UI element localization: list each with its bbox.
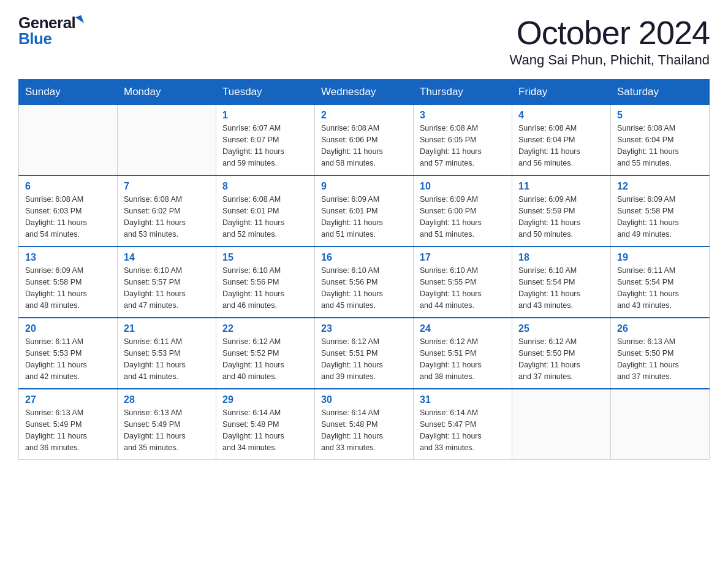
day-info: Sunrise: 6:13 AMSunset: 5:49 PMDaylight:… bbox=[25, 407, 111, 453]
day-number: 11 bbox=[518, 181, 604, 192]
calendar-cell: 12Sunrise: 6:09 AMSunset: 5:58 PMDayligh… bbox=[611, 175, 710, 247]
day-number: 5 bbox=[617, 110, 703, 121]
calendar-week-row: 1Sunrise: 6:07 AMSunset: 6:07 PMDaylight… bbox=[19, 105, 710, 176]
calendar-cell: 22Sunrise: 6:12 AMSunset: 5:52 PMDayligh… bbox=[216, 318, 315, 389]
day-info: Sunrise: 6:08 AMSunset: 6:01 PMDaylight:… bbox=[222, 194, 308, 240]
calendar-cell: 6Sunrise: 6:08 AMSunset: 6:03 PMDaylight… bbox=[19, 175, 118, 247]
day-info: Sunrise: 6:12 AMSunset: 5:51 PMDaylight:… bbox=[420, 336, 506, 382]
calendar-cell: 28Sunrise: 6:13 AMSunset: 5:49 PMDayligh… bbox=[118, 389, 216, 460]
page-title: October 2024 bbox=[509, 15, 710, 51]
calendar-table: SundayMondayTuesdayWednesdayThursdayFrid… bbox=[18, 79, 710, 460]
calendar-cell: 3Sunrise: 6:08 AMSunset: 6:05 PMDaylight… bbox=[414, 105, 512, 176]
day-number: 15 bbox=[222, 252, 308, 263]
day-info: Sunrise: 6:12 AMSunset: 5:52 PMDaylight:… bbox=[222, 336, 308, 382]
day-info: Sunrise: 6:08 AMSunset: 6:06 PMDaylight:… bbox=[321, 123, 407, 169]
weekday-header-thursday: Thursday bbox=[414, 80, 512, 105]
day-info: Sunrise: 6:09 AMSunset: 5:58 PMDaylight:… bbox=[617, 194, 703, 240]
day-number: 3 bbox=[420, 110, 506, 121]
day-info: Sunrise: 6:14 AMSunset: 5:48 PMDaylight:… bbox=[222, 407, 308, 453]
day-info: Sunrise: 6:14 AMSunset: 5:47 PMDaylight:… bbox=[420, 407, 506, 453]
calendar-cell: 31Sunrise: 6:14 AMSunset: 5:47 PMDayligh… bbox=[414, 389, 512, 460]
day-number: 22 bbox=[222, 323, 308, 334]
day-info: Sunrise: 6:10 AMSunset: 5:56 PMDaylight:… bbox=[321, 265, 407, 311]
day-info: Sunrise: 6:10 AMSunset: 5:55 PMDaylight:… bbox=[420, 265, 506, 311]
day-info: Sunrise: 6:10 AMSunset: 5:56 PMDaylight:… bbox=[222, 265, 308, 311]
day-number: 27 bbox=[25, 394, 111, 405]
day-info: Sunrise: 6:08 AMSunset: 6:04 PMDaylight:… bbox=[617, 123, 703, 169]
day-number: 26 bbox=[617, 323, 703, 334]
day-info: Sunrise: 6:09 AMSunset: 5:59 PMDaylight:… bbox=[518, 194, 604, 240]
calendar-cell: 11Sunrise: 6:09 AMSunset: 5:59 PMDayligh… bbox=[512, 175, 611, 247]
calendar-cell: 17Sunrise: 6:10 AMSunset: 5:55 PMDayligh… bbox=[414, 247, 512, 318]
calendar-week-row: 13Sunrise: 6:09 AMSunset: 5:58 PMDayligh… bbox=[19, 247, 710, 318]
calendar-cell: 9Sunrise: 6:09 AMSunset: 6:01 PMDaylight… bbox=[315, 175, 414, 247]
day-info: Sunrise: 6:09 AMSunset: 5:58 PMDaylight:… bbox=[25, 265, 111, 311]
calendar-week-row: 6Sunrise: 6:08 AMSunset: 6:03 PMDaylight… bbox=[19, 175, 710, 247]
weekday-header-wednesday: Wednesday bbox=[315, 80, 414, 105]
logo: General Blue bbox=[18, 15, 83, 47]
calendar-cell: 27Sunrise: 6:13 AMSunset: 5:49 PMDayligh… bbox=[19, 389, 118, 460]
calendar-cell bbox=[611, 389, 710, 460]
logo-general-text: General bbox=[18, 15, 75, 31]
day-number: 9 bbox=[321, 181, 407, 192]
calendar-cell: 23Sunrise: 6:12 AMSunset: 5:51 PMDayligh… bbox=[315, 318, 414, 389]
weekday-header-monday: Monday bbox=[118, 80, 216, 105]
day-info: Sunrise: 6:08 AMSunset: 6:05 PMDaylight:… bbox=[420, 123, 506, 169]
calendar-header: SundayMondayTuesdayWednesdayThursdayFrid… bbox=[19, 80, 710, 105]
day-info: Sunrise: 6:10 AMSunset: 5:54 PMDaylight:… bbox=[518, 265, 604, 311]
calendar-cell: 16Sunrise: 6:10 AMSunset: 5:56 PMDayligh… bbox=[315, 247, 414, 318]
day-number: 23 bbox=[321, 323, 407, 334]
day-number: 31 bbox=[420, 394, 506, 405]
day-number: 10 bbox=[420, 181, 506, 192]
day-number: 4 bbox=[518, 110, 604, 121]
calendar-cell: 24Sunrise: 6:12 AMSunset: 5:51 PMDayligh… bbox=[414, 318, 512, 389]
calendar-cell: 2Sunrise: 6:08 AMSunset: 6:06 PMDaylight… bbox=[315, 105, 414, 176]
calendar-cell: 15Sunrise: 6:10 AMSunset: 5:56 PMDayligh… bbox=[216, 247, 315, 318]
calendar-cell bbox=[118, 105, 216, 176]
day-number: 21 bbox=[124, 323, 210, 334]
logo-triangle-icon bbox=[75, 15, 84, 26]
day-number: 24 bbox=[420, 323, 506, 334]
calendar-cell: 29Sunrise: 6:14 AMSunset: 5:48 PMDayligh… bbox=[216, 389, 315, 460]
day-number: 28 bbox=[124, 394, 210, 405]
day-info: Sunrise: 6:11 AMSunset: 5:53 PMDaylight:… bbox=[124, 336, 210, 382]
calendar-cell: 8Sunrise: 6:08 AMSunset: 6:01 PMDaylight… bbox=[216, 175, 315, 247]
calendar-cell: 14Sunrise: 6:10 AMSunset: 5:57 PMDayligh… bbox=[118, 247, 216, 318]
day-info: Sunrise: 6:12 AMSunset: 5:50 PMDaylight:… bbox=[518, 336, 604, 382]
day-number: 18 bbox=[518, 252, 604, 263]
calendar-cell: 26Sunrise: 6:13 AMSunset: 5:50 PMDayligh… bbox=[611, 318, 710, 389]
day-number: 7 bbox=[124, 181, 210, 192]
calendar-cell: 19Sunrise: 6:11 AMSunset: 5:54 PMDayligh… bbox=[611, 247, 710, 318]
day-info: Sunrise: 6:10 AMSunset: 5:57 PMDaylight:… bbox=[124, 265, 210, 311]
calendar-cell: 1Sunrise: 6:07 AMSunset: 6:07 PMDaylight… bbox=[216, 105, 315, 176]
weekday-header-row: SundayMondayTuesdayWednesdayThursdayFrid… bbox=[19, 80, 710, 105]
calendar-cell: 13Sunrise: 6:09 AMSunset: 5:58 PMDayligh… bbox=[19, 247, 118, 318]
calendar-cell: 4Sunrise: 6:08 AMSunset: 6:04 PMDaylight… bbox=[512, 105, 611, 176]
subtitle: Wang Sai Phun, Phichit, Thailand bbox=[509, 52, 710, 68]
calendar-cell: 21Sunrise: 6:11 AMSunset: 5:53 PMDayligh… bbox=[118, 318, 216, 389]
calendar-cell: 30Sunrise: 6:14 AMSunset: 5:48 PMDayligh… bbox=[315, 389, 414, 460]
day-info: Sunrise: 6:09 AMSunset: 6:00 PMDaylight:… bbox=[420, 194, 506, 240]
title-block: October 2024 Wang Sai Phun, Phichit, Tha… bbox=[509, 15, 710, 68]
day-number: 1 bbox=[222, 110, 308, 121]
day-number: 6 bbox=[25, 181, 111, 192]
day-number: 20 bbox=[25, 323, 111, 334]
day-info: Sunrise: 6:08 AMSunset: 6:04 PMDaylight:… bbox=[518, 123, 604, 169]
logo-blue-text: Blue bbox=[18, 31, 51, 47]
calendar-cell: 7Sunrise: 6:08 AMSunset: 6:02 PMDaylight… bbox=[118, 175, 216, 247]
day-number: 12 bbox=[617, 181, 703, 192]
day-number: 14 bbox=[124, 252, 210, 263]
day-info: Sunrise: 6:13 AMSunset: 5:50 PMDaylight:… bbox=[617, 336, 703, 382]
calendar-cell: 25Sunrise: 6:12 AMSunset: 5:50 PMDayligh… bbox=[512, 318, 611, 389]
calendar-cell: 18Sunrise: 6:10 AMSunset: 5:54 PMDayligh… bbox=[512, 247, 611, 318]
day-number: 29 bbox=[222, 394, 308, 405]
day-info: Sunrise: 6:08 AMSunset: 6:03 PMDaylight:… bbox=[25, 194, 111, 240]
calendar-cell bbox=[512, 389, 611, 460]
day-info: Sunrise: 6:07 AMSunset: 6:07 PMDaylight:… bbox=[222, 123, 308, 169]
calendar-cell: 10Sunrise: 6:09 AMSunset: 6:00 PMDayligh… bbox=[414, 175, 512, 247]
day-info: Sunrise: 6:11 AMSunset: 5:54 PMDaylight:… bbox=[617, 265, 703, 311]
day-number: 8 bbox=[222, 181, 308, 192]
day-info: Sunrise: 6:12 AMSunset: 5:51 PMDaylight:… bbox=[321, 336, 407, 382]
weekday-header-saturday: Saturday bbox=[611, 80, 710, 105]
calendar-week-row: 20Sunrise: 6:11 AMSunset: 5:53 PMDayligh… bbox=[19, 318, 710, 389]
